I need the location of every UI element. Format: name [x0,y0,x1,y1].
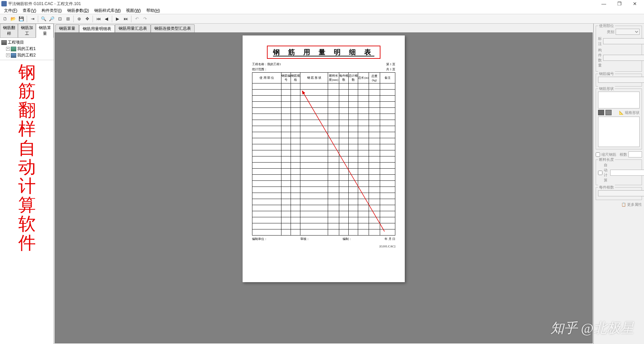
main-area: 钢筋翻样 钢筋加工 钢筋算量 工程项目 + 我的工程1 + 我的工程2 钢 筋 … [0,24,644,344]
group-rebar-number: 钢筋编号 [596,74,642,87]
input-rebar-number[interactable] [598,77,644,83]
project-icon [11,47,16,51]
expand-icon[interactable]: + [6,47,10,51]
app-icon [1,1,7,6]
input-cut-length[interactable] [610,170,644,176]
input-root-count[interactable] [628,151,642,157]
report-tbody [252,83,395,236]
menu-view[interactable]: 查看(V) [20,8,39,14]
export-icon[interactable]: ⇥ [29,15,36,23]
table-row [252,150,395,156]
separator [38,16,38,22]
table-row [252,120,395,126]
window-buttons: — ❐ ✕ [596,0,643,7]
titlebar: 平法钢筋软件 G101.CAC - 工程文件.101 — ❐ ✕ [0,0,644,7]
project-icon [11,53,16,58]
group-per-roots: 每件根数 [596,187,642,200]
shape-color-1[interactable] [598,110,604,115]
col-shape: 钢 筋 形 状 [300,73,328,83]
col-totalroot: 总计根数 [348,73,358,83]
menu-help[interactable]: 帮助(H) [144,8,163,14]
checkbox-autocalc[interactable] [598,171,602,175]
new-icon[interactable]: 🗋 [1,15,9,23]
tab-suanliang[interactable]: 钢筋算量 [55,24,79,32]
zoom-in-icon[interactable]: 🔍 [40,15,47,23]
expand-icon[interactable]: + [6,53,10,57]
menu-window[interactable]: 视图(W) [123,8,143,14]
menu-rebar-library[interactable]: 钢筋样式库(M) [92,8,123,14]
input-component-count[interactable] [603,55,644,61]
table-row [252,223,395,229]
col-totallen: 总长(m) [358,73,369,83]
spec-shape-link[interactable]: 📐 规格形状 [619,110,640,115]
close-button[interactable]: ✕ [627,0,643,7]
left-tab-jiagong[interactable]: 钢筋加工 [18,24,36,38]
separator [27,16,27,22]
separator [93,16,93,22]
left-tab-suanliang[interactable]: 钢筋算量 [36,24,54,38]
table-row [252,175,395,181]
row-scale-rebar: 缩尺钢筋 根数 [596,151,642,157]
page-prev-icon[interactable]: ◀ [103,15,110,23]
label-root-count: 根数 [620,152,627,157]
zoom-fit-icon[interactable]: ⊡ [56,15,64,23]
preview-canvas[interactable]: 钢 筋 用 量 明 细 表 工程名称：我的工程1 第 1 页 统计范围： 共 1… [55,32,593,343]
pan-icon[interactable]: ✥ [83,15,91,23]
tab-detail[interactable]: 钢筋用量明细表 [79,25,115,33]
table-row [252,96,395,102]
redo-icon[interactable]: ↷ [141,15,149,23]
group-usage: 使用部位 类别 标注 构件数量 [596,26,642,72]
col-totalwt: 总重(kg) [369,73,380,83]
tab-summary[interactable]: 钢筋用量汇总表 [115,24,151,32]
select-category[interactable] [616,29,640,35]
minimize-button[interactable]: — [596,0,612,7]
col-spec: 钢筋规格 [291,73,300,83]
separator [131,16,131,22]
col-position: 使 用 部 位 [252,73,281,83]
tree-item-label: 我的工程2 [17,52,36,58]
input-annotation[interactable] [603,38,644,44]
table-row [252,229,395,236]
more-props-link[interactable]: 📋 更多属性 [596,202,642,207]
separator [112,16,112,22]
group-usage-title: 使用部位 [598,24,615,28]
checkbox-scale[interactable] [596,152,600,157]
toolbar: 🗋 📂 💾 ⇥ 🔍 🔎 ⊡ ⊞ ⊕ ✥ ⏮ ◀ ▶ ⏭ ↶ ↷ [0,14,644,24]
save-icon[interactable]: 💾 [18,15,25,23]
table-row [252,169,395,175]
maximize-button[interactable]: ❐ [612,0,627,7]
zoom-window-icon[interactable]: ⊕ [75,15,83,23]
page-last-icon[interactable]: ⏭ [122,15,129,23]
table-row [252,187,395,193]
table-row [252,114,395,120]
label-category: 类别 [598,29,614,34]
page-next-icon[interactable]: ▶ [114,15,121,23]
open-icon[interactable]: 📂 [9,15,17,23]
zoom-out-icon[interactable]: 🔎 [48,15,55,23]
tree-item-project1[interactable]: + 我的工程1 [1,46,52,52]
menu-component-type[interactable]: 构件类型(I) [39,8,64,14]
tab-joint-summary[interactable]: 钢筋连接类型汇总表 [151,24,195,32]
input-per-roots[interactable] [598,190,644,196]
tree-item-label: 我的工程1 [17,46,36,52]
table-row [252,211,395,217]
tree-root[interactable]: 工程项目 [1,39,52,46]
tree-item-project2[interactable]: + 我的工程2 [1,52,52,58]
sidebar-bigtext: 钢 筋 翻 样 自 动 计 算 软 件 [0,60,54,344]
undo-icon[interactable]: ↶ [133,15,141,23]
label-scale: 缩尺钢筋 [601,152,616,157]
col-cutlen: 断料长度(mm) [328,73,339,83]
shape-color-2[interactable] [605,110,612,115]
table-row [252,90,395,96]
table-row [252,205,395,211]
group-rebar-shape: 钢筋形状 📐 规格形状 [596,89,642,149]
group-rebar-number-title: 钢筋编号 [598,71,615,76]
left-tab-fanyang[interactable]: 钢筋翻样 [0,24,18,38]
menu-rebar-params[interactable]: 钢筋参数(D) [65,8,92,14]
page-first-icon[interactable]: ⏮ [95,15,102,23]
menu-file[interactable]: 文件(F) [1,8,20,14]
zoom-actual-icon[interactable]: ⊞ [64,15,72,23]
group-cut-length-title: 断料长度 [598,157,615,162]
table-row [252,83,395,90]
center-panel: 钢筋算量 钢筋用量明细表 钢筋用量汇总表 钢筋连接类型汇总表 钢 筋 用 量 明… [54,24,593,344]
